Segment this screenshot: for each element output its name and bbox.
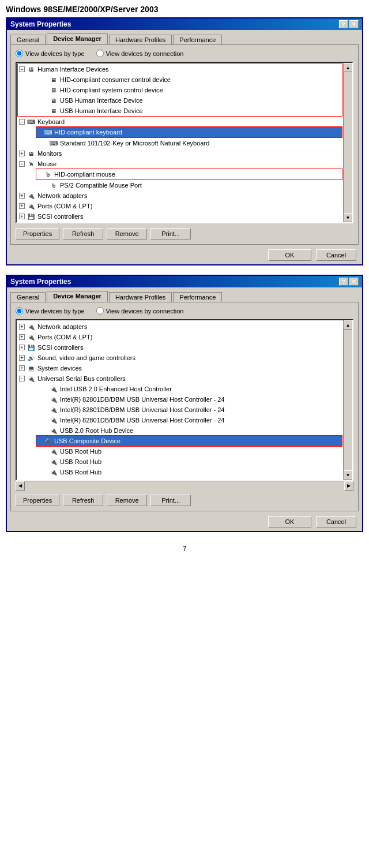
tree-item-network[interactable]: + 🔌 Network adapters bbox=[18, 190, 342, 201]
tree2-item-usb-root3[interactable]: 🔌 USB Root Hub bbox=[36, 467, 342, 477]
cancel-button-1[interactable]: Cancel bbox=[316, 249, 356, 261]
tree-item-keyboard[interactable]: − ⌨ Keyboard bbox=[18, 117, 342, 127]
tab-device-manager-1[interactable]: Device Manager bbox=[47, 33, 108, 44]
tree-item-sound[interactable]: + 🔊 Sound, video and game controllers bbox=[18, 222, 342, 223]
tree-item-hid1[interactable]: 🖥 HID-compliant consumer control device bbox=[36, 74, 342, 85]
device-tree-2: + 🔌 Network adapters + 🔌 Ports (COM & LP… bbox=[16, 319, 353, 481]
print-button-2[interactable]: Print... bbox=[150, 495, 191, 506]
tree-item-usb1[interactable]: 🖥 USB Human Interface Device bbox=[36, 95, 342, 106]
scroll-down-2[interactable]: ▼ bbox=[344, 470, 353, 480]
tree2-item-system[interactable]: + 💻 System devices bbox=[18, 363, 342, 373]
tree2-item-usb-uhc3[interactable]: 🔌 Intel(R) 82801DB/DBM USB Universal Hos… bbox=[36, 415, 342, 425]
window1: System Properties ? ✕ General Device Man… bbox=[6, 17, 363, 265]
tree-item-hid[interactable]: − 🖥 Human Interface Devices bbox=[18, 64, 342, 74]
radio-by-type-1[interactable]: View devices by type bbox=[16, 50, 85, 57]
tab-general-1[interactable]: General bbox=[10, 35, 46, 44]
tree2-item-usb-root-hub-dev[interactable]: 🔌 USB 2.0 Root Hub Device bbox=[36, 425, 342, 436]
print-button-1[interactable]: Print... bbox=[150, 228, 191, 240]
window2: System Properties ? ✕ General Device Man… bbox=[6, 275, 363, 532]
tab-performance-2[interactable]: Performance bbox=[173, 292, 222, 302]
tab-hardware-profiles-2[interactable]: Hardware Profiles bbox=[109, 292, 172, 302]
scroll-down-1[interactable]: ▼ bbox=[344, 213, 353, 222]
properties-button-2[interactable]: Properties bbox=[16, 495, 59, 506]
tab-device-manager-2[interactable]: Device Manager bbox=[47, 291, 108, 302]
scroll-left-2[interactable]: ◀ bbox=[16, 481, 25, 491]
tree2-item-usb-uhc1[interactable]: 🔌 Intel(R) 82801DB/DBM USB Universal Hos… bbox=[36, 394, 342, 405]
tree2-item-sound[interactable]: + 🔊 Sound, video and game controllers bbox=[18, 353, 342, 363]
title-bar-1: System Properties ? ✕ bbox=[7, 18, 362, 30]
tree-item-ports[interactable]: + 🔌 Ports (COM & LPT) bbox=[18, 201, 342, 211]
tree-item-monitors[interactable]: + 🖥 Monitors bbox=[18, 148, 342, 159]
title-bar-2: System Properties ? ✕ bbox=[7, 276, 362, 287]
window1-title: System Properties bbox=[10, 20, 71, 28]
tree2-item-network[interactable]: + 🔌 Network adapters bbox=[18, 321, 342, 332]
close-button-2[interactable]: ✕ bbox=[349, 278, 359, 286]
radio-by-connection-1[interactable]: View devices by connection bbox=[96, 50, 184, 57]
close-button-1[interactable]: ✕ bbox=[349, 20, 359, 28]
tree-item-std-keyboard[interactable]: ⌨ Standard 101/102-Key or Microsoft Natu… bbox=[36, 138, 342, 148]
tree2-item-usb-root1[interactable]: 🔌 USB Root Hub bbox=[36, 446, 342, 457]
tree-item-ps2-mouse[interactable]: 🖱 PS/2 Compatible Mouse Port bbox=[36, 180, 342, 190]
page-number: 7 bbox=[0, 541, 369, 556]
tree-item-hid2[interactable]: 🖥 HID-compliant system control device bbox=[36, 85, 342, 95]
help-button-2[interactable]: ? bbox=[339, 278, 348, 286]
properties-button-1[interactable]: Properties bbox=[16, 228, 59, 240]
remove-button-1[interactable]: Remove bbox=[107, 228, 147, 240]
scroll-right-2[interactable]: ▶ bbox=[344, 481, 353, 491]
device-tree-1: − 🖥 Human Interface Devices 🖥 HID-compli… bbox=[16, 62, 353, 223]
tree2-item-usb-root2[interactable]: 🔌 USB Root Hub bbox=[36, 457, 342, 467]
ok-button-2[interactable]: OK bbox=[268, 516, 311, 527]
page-title: Windows 98SE/ME/2000/XP/Server 2003 bbox=[0, 0, 369, 17]
radio-by-connection-2[interactable]: View devices by connection bbox=[96, 307, 184, 315]
tab-general-2[interactable]: General bbox=[10, 292, 46, 302]
tree-item-scsi[interactable]: + 💾 SCSI controllers bbox=[18, 211, 342, 222]
tab-hardware-profiles-1[interactable]: Hardware Profiles bbox=[109, 35, 172, 44]
tree2-item-usb-composite[interactable]: 🔌 USB Composite Device bbox=[36, 436, 342, 446]
cancel-button-2[interactable]: Cancel bbox=[316, 516, 356, 527]
tree-item-hid-mouse[interactable]: 🖱 HID-compliant mouse bbox=[36, 169, 342, 179]
refresh-button-2[interactable]: Refresh bbox=[63, 495, 103, 506]
tree-item-usb2[interactable]: 🖥 USB Human Interface Device bbox=[36, 106, 342, 116]
scroll-up-2[interactable]: ▲ bbox=[344, 320, 353, 330]
remove-button-2[interactable]: Remove bbox=[107, 495, 147, 506]
refresh-button-1[interactable]: Refresh bbox=[63, 228, 103, 240]
tree-item-mouse[interactable]: − 🖱 Mouse bbox=[18, 159, 342, 169]
radio-by-type-2[interactable]: View devices by type bbox=[16, 307, 85, 315]
tree2-item-usb-controllers[interactable]: − 🔌 Universal Serial Bus controllers bbox=[18, 373, 342, 384]
tree2-item-scsi[interactable]: + 💾 SCSI controllers bbox=[18, 342, 342, 353]
tree2-item-ports[interactable]: + 🔌 Ports (COM & LPT) bbox=[18, 332, 342, 342]
scrollbar-h-2[interactable]: ◀ ▶ bbox=[16, 481, 353, 490]
tree2-item-usb-uhc2[interactable]: 🔌 Intel(R) 82801DB/DBM USB Universal Hos… bbox=[36, 405, 342, 415]
tree-item-hid-keyboard[interactable]: ⌨ HID-compliant keyboard bbox=[36, 127, 342, 137]
ok-button-1[interactable]: OK bbox=[268, 249, 311, 261]
tab-performance-1[interactable]: Performance bbox=[173, 35, 222, 44]
scroll-up-1[interactable]: ▲ bbox=[344, 63, 353, 72]
help-button-1[interactable]: ? bbox=[339, 20, 348, 28]
window2-title: System Properties bbox=[10, 278, 71, 286]
tree2-item-usb-ehc[interactable]: 🔌 Intel USB 2.0 Enhanced Host Controller bbox=[36, 384, 342, 394]
